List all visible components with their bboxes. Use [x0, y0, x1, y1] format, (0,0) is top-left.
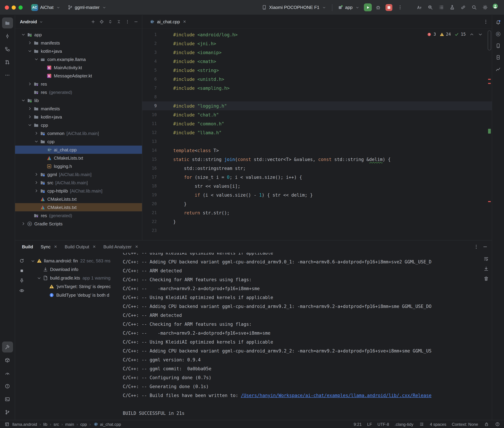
fullscreen-window-button[interactable] — [18, 5, 23, 9]
code-line-7[interactable]: 7#include <sampling.h> — [142, 83, 492, 92]
build-panel-options-icon[interactable] — [473, 244, 479, 249]
code-line-16[interactable]: 16 std::ostringstream str; — [142, 164, 492, 173]
errors-count[interactable]: 3 — [427, 32, 436, 37]
code-line-6[interactable]: 6#include <unistd.h> — [142, 75, 492, 83]
tree-item-lib[interactable]: lib — [15, 96, 142, 105]
editor-tab-ai-chat-cpp[interactable]: C++ ai_chat.cpp ✕ — [146, 15, 189, 28]
code-line-12[interactable]: 12#include "llama.h" — [142, 128, 492, 137]
breadcrumb-item[interactable]: lib — [43, 422, 47, 427]
build-tab-sync[interactable]: Sync✕ — [41, 244, 57, 249]
chevron-right-icon[interactable] — [27, 81, 33, 87]
code-line-17[interactable]: 17 for (size_t i = 0; i < values.size();… — [142, 173, 492, 181]
tree-item-common[interactable]: common[AiChat.lib.main] — [15, 129, 142, 137]
code-line-18[interactable]: 18 str << values[i]; — [142, 181, 492, 190]
close-tab-icon[interactable]: ✕ — [54, 244, 57, 249]
pull-requests-tool-button[interactable] — [2, 57, 13, 67]
version-control-tool-button[interactable] — [2, 407, 13, 418]
editor-scrollbar[interactable] — [488, 31, 491, 50]
chevron-right-icon[interactable] — [27, 106, 33, 111]
code-line-19[interactable]: 19 if (i < values.size() - 1) { str << d… — [142, 190, 492, 199]
project-selector[interactable]: AC AiChat — [29, 3, 63, 12]
line-separator[interactable]: LF — [367, 422, 372, 427]
eye-icon[interactable] — [19, 288, 24, 293]
locate-file-button[interactable] — [97, 18, 106, 26]
breadcrumb-item[interactable]: main — [65, 422, 74, 427]
stop-build-icon[interactable] — [19, 268, 24, 273]
packages-tool-button[interactable] — [2, 354, 13, 365]
notifications-tool-button[interactable] — [493, 17, 503, 27]
build-tree-item[interactable]: llama.android: fin22 sec, 583 ms — [28, 256, 120, 265]
add-button[interactable] — [89, 18, 97, 26]
breadcrumb-item[interactable]: src — [53, 422, 59, 427]
hide-panel-button[interactable] — [132, 18, 140, 26]
search-code-tool-button[interactable] — [425, 3, 435, 12]
build-tree-item[interactable]: build.gradle.ktsapp 1 warning — [28, 274, 120, 282]
vcs-branch-selector[interactable]: ggml-master — [65, 3, 110, 11]
close-tab-icon[interactable]: ✕ — [93, 244, 96, 249]
tree-item-messageadapter-kt[interactable]: KMessageAdapter.kt — [15, 72, 142, 80]
breadcrumb-item[interactable]: cpp — [80, 422, 87, 427]
run-configuration-selector[interactable]: app — [335, 3, 363, 11]
clear-console-icon[interactable] — [483, 276, 489, 281]
chevron-right-icon[interactable] — [34, 172, 39, 177]
stop-button[interactable] — [384, 3, 394, 12]
experiment-tool-button[interactable] — [447, 3, 457, 12]
chevron-down-icon[interactable] — [21, 98, 26, 103]
file-encoding[interactable]: UTF-8 — [377, 422, 389, 427]
device-manager-tool-button[interactable] — [493, 41, 503, 50]
code-style-icon[interactable] — [419, 421, 424, 427]
expand-all-button[interactable] — [106, 18, 114, 26]
tree-item-kotlin-java[interactable]: kotlin+java — [15, 47, 142, 55]
code-line-9[interactable]: 9#include "logging.h" — [142, 101, 492, 110]
tree-item-res[interactable]: res — [15, 80, 142, 88]
build-tree-item[interactable]: BuildType 'debug' is both d — [28, 291, 120, 299]
tree-item-cpp-httplib[interactable]: cpp-httplib[AiChat.lib.main] — [15, 187, 142, 195]
window-layout-icon[interactable] — [4, 421, 10, 427]
chevron-right-icon[interactable] — [34, 180, 39, 185]
chevron-right-icon[interactable] — [27, 40, 33, 46]
chevron-down-icon[interactable] — [21, 32, 26, 37]
user-avatar[interactable] — [493, 3, 501, 11]
more-run-actions-button[interactable] — [395, 3, 405, 12]
build-tool-button[interactable] — [2, 342, 13, 353]
panel-options-button[interactable] — [123, 18, 131, 26]
letter-case-tool-button[interactable] — [414, 3, 424, 12]
tree-item-ggml[interactable]: ggml[AiChat.lib.main] — [15, 170, 142, 179]
tree-item-cpp[interactable]: cpp — [15, 137, 142, 146]
debug-button[interactable] — [373, 3, 383, 12]
search-everywhere-button[interactable] — [469, 3, 479, 12]
breadcrumb-item[interactable]: llama.android — [12, 422, 37, 427]
rerun-build-icon[interactable] — [19, 258, 24, 263]
settings-button[interactable] — [480, 3, 490, 12]
link-tool-button[interactable] — [458, 3, 468, 12]
tree-item-cmakelists-txt[interactable]: CMakeLists.txt — [15, 195, 142, 203]
change-stripe-mark[interactable] — [488, 129, 491, 134]
task-list-tool-button[interactable] — [436, 3, 446, 12]
tree-item-app[interactable]: app — [15, 31, 142, 39]
tree-item-kotlin-java[interactable]: kotlin+java — [15, 113, 142, 121]
code-line-8[interactable]: 8 — [142, 92, 492, 101]
close-tab-icon[interactable]: ✕ — [183, 19, 186, 24]
context-status[interactable]: Context: None — [452, 422, 478, 427]
tree-item-com-example-llama[interactable]: com.example.llama — [15, 55, 142, 63]
info-circle-icon[interactable] — [495, 421, 500, 427]
tree-item-logging-h[interactable]: Hlogging.h — [15, 162, 142, 170]
code-line-10[interactable]: 10#include "chat.h" — [142, 110, 492, 119]
tree-item-res[interactable]: res(generated) — [15, 211, 142, 220]
terminal-tool-button[interactable] — [2, 394, 13, 404]
code-line-22[interactable]: 22} — [142, 217, 492, 226]
error-stripe-mark[interactable] — [488, 201, 491, 202]
problems-tool-button[interactable] — [2, 380, 13, 392]
chevron-right-icon[interactable] — [34, 188, 39, 194]
running-devices-tool-button[interactable] — [493, 52, 503, 62]
tab-options-icon[interactable] — [483, 19, 488, 25]
next-problem-icon[interactable] — [478, 32, 483, 37]
project-tool-button[interactable] — [2, 17, 13, 28]
code-line-13[interactable]: 13 — [142, 137, 492, 146]
code-editor[interactable]: 1#include <android/log.h>2#include <jni.… — [142, 29, 492, 240]
build-tree[interactable]: llama.android: fin22 sec, 583 msDownload… — [28, 253, 120, 420]
tree-item-mainactivity-kt[interactable]: KMainActivity.kt — [15, 63, 142, 72]
project-view-title[interactable]: Android — [20, 19, 37, 24]
app-insights-tool-button[interactable] — [493, 64, 503, 74]
minimize-window-button[interactable] — [12, 5, 16, 9]
